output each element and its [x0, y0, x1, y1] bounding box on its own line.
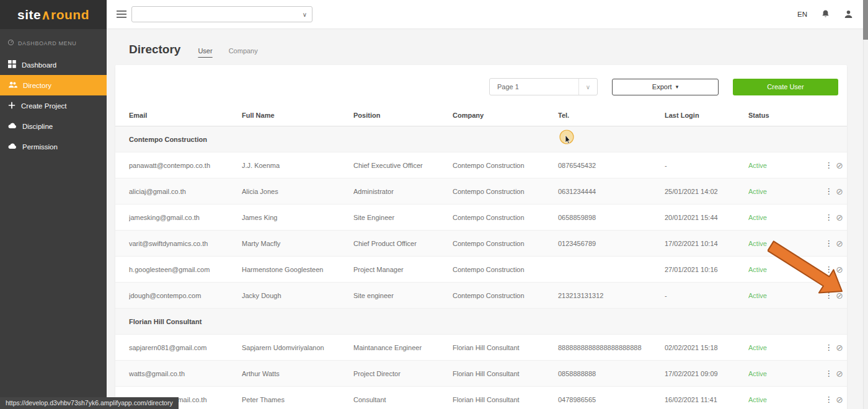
- cell-full_name: Marty Macfly: [242, 240, 353, 247]
- column-header-status: Status: [748, 112, 825, 119]
- cell-full_name: Jacky Dough: [242, 292, 353, 299]
- disable-user-icon[interactable]: ⊘: [836, 161, 843, 170]
- table-toolbar: Page 1 ∨ Export ▾ Create User: [115, 65, 847, 104]
- sidebar-section-label: DASHBOARD MENU: [0, 29, 107, 55]
- table-group-row: Florian Hill Consultant: [115, 309, 847, 335]
- status-badge: Active: [748, 162, 825, 169]
- cell-tel: 8888888888888888888888: [558, 344, 665, 351]
- row-actions: ⋮⊘: [825, 395, 843, 404]
- status-badge: Active: [748, 292, 825, 299]
- sidebar-item-dashboard[interactable]: Dashboard: [0, 55, 107, 75]
- sidebar-item-label: Dashboard: [22, 61, 56, 69]
- project-select[interactable]: ∨: [131, 6, 312, 22]
- cell-full_name: Sapjarern Udomviriyalanon: [242, 344, 353, 351]
- cell-full_name: Alicia Jones: [242, 188, 353, 195]
- cell-tel: 0631234444: [558, 188, 665, 195]
- kebab-menu-icon[interactable]: ⋮: [825, 291, 833, 299]
- cell-email: sapjarern081@gmail.com: [129, 344, 242, 351]
- cell-last_login: 17/02/2021 10:14: [665, 240, 748, 247]
- create-user-button[interactable]: Create User: [733, 79, 838, 95]
- cell-tel: 213213131312: [558, 292, 665, 299]
- cell-last_login: 16/02/2021 11:41: [665, 396, 748, 403]
- cell-last_login: -: [665, 292, 748, 299]
- tab-user[interactable]: User: [198, 47, 212, 55]
- bell-icon[interactable]: [821, 9, 830, 19]
- cell-last_login: 25/01/2021 14:02: [665, 188, 748, 195]
- cell-full_name: Arthur Watts: [242, 370, 353, 377]
- scrollbar-thumb[interactable]: [863, 0, 868, 40]
- column-header-tel: Tel.: [558, 112, 665, 119]
- cell-tel: 0478986565: [558, 396, 665, 403]
- sidebar-item-create-project[interactable]: Create Project: [0, 95, 107, 116]
- directory-card: Page 1 ∨ Export ▾ Create User Email Full…: [115, 65, 847, 409]
- page-title: Directory: [129, 43, 180, 56]
- group-name: Contempo Construction: [129, 136, 843, 143]
- table-group-row: Contempo Construction: [115, 126, 847, 152]
- cell-company: Florian Hill Consultant: [453, 344, 558, 351]
- topbar-right: EN: [797, 9, 853, 19]
- table-row: sapjarern081@gmail.comSapjarern Udomviri…: [115, 335, 847, 361]
- page-header: Directory User Company: [107, 29, 868, 65]
- sidebar-item-directory[interactable]: Directory: [0, 75, 107, 95]
- sidebar-item-discipline[interactable]: Discipline: [0, 116, 107, 136]
- kebab-menu-icon[interactable]: ⋮: [825, 161, 833, 169]
- table-row: peterthames@gmail.co.thPeter ThamesConsu…: [115, 387, 847, 409]
- gauge-icon: [7, 39, 14, 47]
- people-icon: [8, 81, 17, 90]
- page-select[interactable]: Page 1 ∨: [489, 78, 598, 95]
- main-content: ∨ EN Directory User Company Page 1 ∨ Exp…: [107, 0, 868, 409]
- disable-user-icon[interactable]: ⊘: [836, 239, 843, 248]
- kebab-menu-icon[interactable]: ⋮: [825, 213, 833, 221]
- table-row: jdough@contempo.comJacky DoughSite engin…: [115, 283, 847, 309]
- chevron-down-icon: ∨: [303, 11, 307, 18]
- disable-user-icon[interactable]: ⊘: [836, 187, 843, 196]
- cell-company: Contempo Construction: [453, 292, 558, 299]
- disable-user-icon[interactable]: ⊘: [836, 343, 843, 352]
- kebab-menu-icon[interactable]: ⋮: [825, 395, 833, 403]
- table-header-row: Email Full Name Position Company Tel. La…: [115, 104, 847, 126]
- grid-icon: [8, 60, 16, 69]
- vertical-scrollbar[interactable]: [863, 0, 868, 409]
- kebab-menu-icon[interactable]: ⋮: [825, 265, 833, 273]
- kebab-menu-icon[interactable]: ⋮: [825, 369, 833, 377]
- column-header-position: Position: [353, 112, 453, 119]
- kebab-menu-icon[interactable]: ⋮: [825, 343, 833, 351]
- cell-tel: 0858888888: [558, 370, 665, 377]
- cell-full_name: Harmenstone Googlesteen: [242, 266, 353, 273]
- row-actions: ⋮⊘: [825, 239, 843, 248]
- cell-full_name: J.J. Koenma: [242, 162, 353, 169]
- disable-user-icon[interactable]: ⊘: [836, 369, 843, 378]
- disable-user-icon[interactable]: ⊘: [836, 213, 843, 222]
- disable-user-icon[interactable]: ⊘: [836, 265, 843, 274]
- export-button-label: Export: [652, 83, 672, 90]
- disable-user-icon[interactable]: ⊘: [836, 395, 843, 404]
- sidebar-item-permission[interactable]: Permission: [0, 136, 107, 157]
- row-actions: ⋮⊘: [825, 343, 843, 352]
- cell-last_login: -: [665, 162, 748, 169]
- status-badge: Active: [748, 344, 825, 351]
- cell-position: Consultant: [353, 396, 453, 403]
- plus-icon: [8, 102, 16, 110]
- cell-position: Administrator: [353, 188, 453, 195]
- cell-position: Project Director: [353, 370, 453, 377]
- user-account-icon[interactable]: [844, 9, 853, 19]
- group-name: Florian Hill Consultant: [129, 318, 843, 325]
- cell-tel: 0658859898: [558, 214, 665, 221]
- export-button[interactable]: Export ▾: [612, 79, 719, 95]
- status-badge: Active: [748, 188, 825, 195]
- disable-user-icon[interactable]: ⊘: [836, 291, 843, 300]
- kebab-menu-icon[interactable]: ⋮: [825, 187, 833, 195]
- hamburger-menu-icon[interactable]: [117, 10, 126, 19]
- sidebar-item-label: Permission: [22, 143, 58, 151]
- row-actions: ⋮⊘: [825, 161, 843, 170]
- kebab-menu-icon[interactable]: ⋮: [825, 239, 833, 247]
- cloud-icon: [8, 122, 17, 130]
- tab-company[interactable]: Company: [229, 47, 258, 55]
- cell-company: Florian Hill Consultant: [453, 396, 558, 403]
- language-selector[interactable]: EN: [797, 11, 807, 18]
- status-badge: Active: [748, 266, 825, 273]
- cell-company: Contempo Construction: [453, 266, 558, 273]
- row-actions: ⋮⊘: [825, 187, 843, 196]
- status-badge: Active: [748, 370, 825, 377]
- cell-email: watts@gmail.co.th: [129, 370, 242, 377]
